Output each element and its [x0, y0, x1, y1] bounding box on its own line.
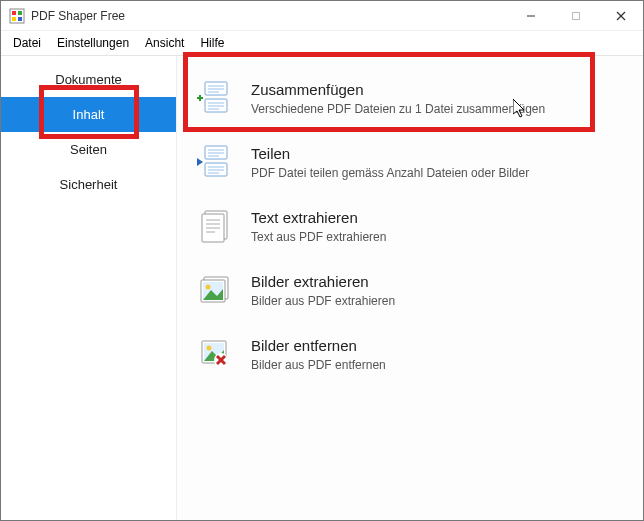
app-icon [9, 8, 25, 24]
menubar: Datei Einstellungen Ansicht Hilfe [1, 31, 643, 56]
action-merge-texts: Zusammenfügen Verschiedene PDF Dateien z… [251, 81, 545, 116]
action-extract-text-texts: Text extrahieren Text aus PDF extrahiere… [251, 209, 386, 244]
minimize-button[interactable] [508, 1, 553, 31]
sidebar: Dokumente Inhalt Seiten Sicherheit [1, 56, 176, 521]
action-merge-desc: Verschiedene PDF Dateien zu 1 Datei zusa… [251, 102, 545, 116]
sidebar-item-pages[interactable]: Seiten [1, 132, 176, 167]
svg-rect-2 [18, 11, 22, 15]
maximize-button[interactable] [553, 1, 598, 31]
action-remove-images[interactable]: Bilder entfernen Bilder aus PDF entferne… [189, 322, 631, 386]
action-extract-images-desc: Bilder aus PDF extrahieren [251, 294, 395, 308]
action-merge[interactable]: Zusammenfügen Verschiedene PDF Dateien z… [189, 66, 631, 130]
window-title: PDF Shaper Free [31, 9, 508, 23]
action-extract-images[interactable]: Bilder extrahieren Bilder aus PDF extrah… [189, 258, 631, 322]
main-panel: Zusammenfügen Verschiedene PDF Dateien z… [176, 56, 643, 521]
action-split[interactable]: Teilen PDF Datei teilen gemäss Anzahl Da… [189, 130, 631, 194]
action-split-desc: PDF Datei teilen gemäss Anzahl Dateien o… [251, 166, 529, 180]
remove-images-icon [195, 336, 235, 372]
menu-view[interactable]: Ansicht [139, 34, 190, 52]
action-extract-text-desc: Text aus PDF extrahieren [251, 230, 386, 244]
menu-settings[interactable]: Einstellungen [51, 34, 135, 52]
action-remove-images-texts: Bilder entfernen Bilder aus PDF entferne… [251, 337, 386, 372]
action-remove-images-title: Bilder entfernen [251, 337, 386, 354]
svg-rect-3 [12, 17, 16, 21]
titlebar: PDF Shaper Free [1, 1, 643, 31]
action-extract-images-title: Bilder extrahieren [251, 273, 395, 290]
menu-file[interactable]: Datei [7, 34, 47, 52]
action-split-texts: Teilen PDF Datei teilen gemäss Anzahl Da… [251, 145, 529, 180]
body: Dokumente Inhalt Seiten Sicherheit Zusam… [1, 56, 643, 521]
sidebar-item-content[interactable]: Inhalt [1, 97, 176, 132]
svg-rect-4 [18, 17, 22, 21]
svg-point-41 [207, 346, 212, 351]
svg-point-37 [206, 285, 211, 290]
menu-help[interactable]: Hilfe [194, 34, 230, 52]
window-buttons [508, 1, 643, 31]
sidebar-item-security[interactable]: Sicherheit [1, 167, 176, 202]
sidebar-item-documents[interactable]: Dokumente [1, 62, 176, 97]
action-split-title: Teilen [251, 145, 529, 162]
close-button[interactable] [598, 1, 643, 31]
action-remove-images-desc: Bilder aus PDF entfernen [251, 358, 386, 372]
svg-marker-27 [197, 158, 203, 166]
action-extract-text[interactable]: Text extrahieren Text aus PDF extrahiere… [189, 194, 631, 258]
action-extract-images-texts: Bilder extrahieren Bilder aus PDF extrah… [251, 273, 395, 308]
merge-icon [195, 80, 235, 116]
action-merge-title: Zusammenfügen [251, 81, 545, 98]
svg-rect-6 [572, 12, 579, 19]
svg-rect-1 [12, 11, 16, 15]
extract-images-icon [195, 272, 235, 308]
action-extract-text-title: Text extrahieren [251, 209, 386, 226]
extract-text-icon [195, 208, 235, 244]
split-icon [195, 144, 235, 180]
